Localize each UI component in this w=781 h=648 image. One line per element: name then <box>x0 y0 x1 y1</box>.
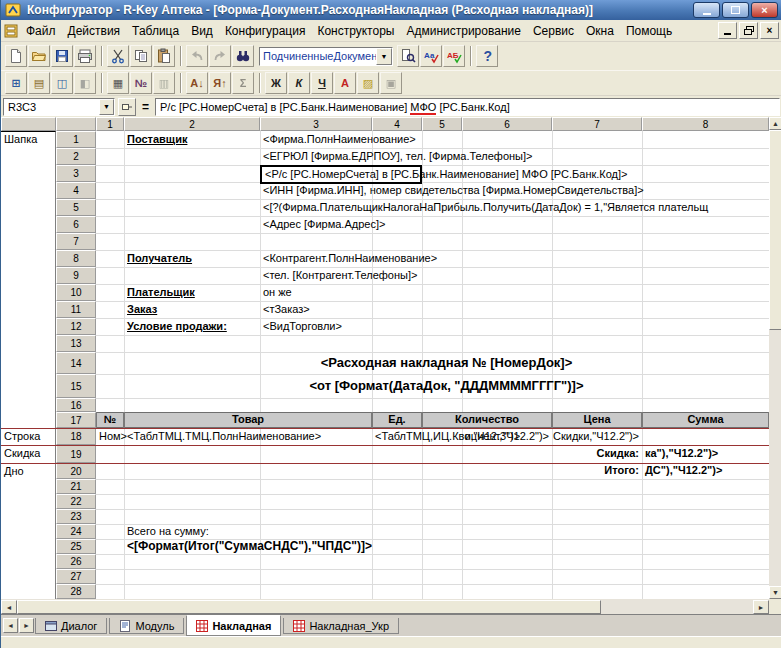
grid-cell[interactable]: <Расходная накладная № [НомерДок]> <box>124 352 769 374</box>
italic-button[interactable]: К <box>288 72 310 94</box>
mdi-close-button[interactable]: × <box>760 22 779 39</box>
mdi-restore-button[interactable] <box>739 22 758 39</box>
horizontal-scrollbar[interactable]: ◄ ► <box>1 599 769 614</box>
minimize-button[interactable] <box>693 2 720 18</box>
row-header[interactable]: 19 <box>56 445 96 463</box>
grid-cell[interactable]: <[Формат(Итог("СуммаСНДС"),"ЧПДС")]> <box>124 539 462 554</box>
column-header[interactable]: 1 <box>96 117 124 131</box>
grid-cell[interactable]: <ВидТорговли> <box>260 318 372 335</box>
tab-dialog[interactable]: Диалог <box>35 618 107 634</box>
close-button[interactable]: × <box>751 2 778 18</box>
grid-cell[interactable]: Плательщик <box>124 284 260 301</box>
row-header[interactable]: 7 <box>56 233 96 250</box>
new-button[interactable] <box>5 45 27 67</box>
row-header[interactable]: 21 <box>56 479 96 494</box>
insert-section-button[interactable]: ⊞ <box>5 72 27 94</box>
find-button[interactable] <box>232 45 254 67</box>
text-color-button[interactable]: А <box>334 72 356 94</box>
row-header[interactable]: 13 <box>56 335 96 352</box>
menu-item-windows[interactable]: Окна <box>580 21 620 41</box>
grid-cell[interactable]: <тЗаказ> <box>260 301 372 318</box>
column-header[interactable]: 7 <box>552 117 642 131</box>
grid-cell[interactable]: Товар <box>124 412 372 428</box>
menu-item-service[interactable]: Сервис <box>527 21 580 41</box>
row-header[interactable]: 4 <box>56 182 96 199</box>
column-header[interactable]: 8 <box>642 117 769 131</box>
maximize-button[interactable] <box>722 2 749 18</box>
grid-cell[interactable]: <Контрагент.ПолнНаименование> <box>260 250 372 267</box>
menu-item-administration[interactable]: Администрирование <box>400 21 526 41</box>
grid-cell[interactable]: ициент,"Ч12.2")> <box>462 428 552 445</box>
underline-button[interactable]: Ч <box>311 72 333 94</box>
grid-cell[interactable]: <Адрес [Фирма.Адрес]> <box>260 216 372 233</box>
merge-cells-button[interactable]: ◫ <box>51 72 73 94</box>
grid-cell[interactable]: Цена <box>552 412 642 428</box>
horizontal-scroll-thumb[interactable] <box>17 600 601 614</box>
grid-cell[interactable]: Поставщик <box>124 131 260 148</box>
tab-module[interactable]: Модуль <box>109 618 184 634</box>
grid-cell[interactable]: Получатель <box>124 250 260 267</box>
tab-scroll-left-button[interactable]: ◄ <box>3 618 18 633</box>
print-button[interactable] <box>74 45 96 67</box>
row-header[interactable]: 14 <box>56 352 96 374</box>
grid-cell[interactable]: <Фирма.ПолнНаименование> <box>260 131 372 148</box>
section-names-button[interactable]: ▤ <box>28 72 50 94</box>
grid-cell[interactable]: <ТаблТМЦ.ТМЦ.ПолнНаименование> <box>124 428 260 445</box>
section-label[interactable]: Шапка <box>1 131 56 428</box>
row-header[interactable]: 18 <box>56 428 96 445</box>
column-header[interactable]: 5 <box>422 117 462 131</box>
scroll-right-button[interactable]: ► <box>753 600 769 614</box>
section-label[interactable]: Скидка <box>1 445 56 463</box>
column-header[interactable]: 3 <box>260 117 372 131</box>
row-header[interactable]: 6 <box>56 216 96 233</box>
row-header[interactable]: 26 <box>56 554 96 569</box>
show-headers-button[interactable]: № <box>130 72 152 94</box>
grid-cell[interactable]: <от [Формат(ДатаДок, "ДДДММММГГГГ")]> <box>124 374 769 398</box>
row-header[interactable]: 9 <box>56 267 96 284</box>
copy-button[interactable] <box>130 45 152 67</box>
row-header[interactable]: 24 <box>56 524 96 539</box>
row-header[interactable]: 12 <box>56 318 96 335</box>
grid-cell[interactable]: он же <box>260 284 372 301</box>
column-header[interactable]: 4 <box>372 117 422 131</box>
row-header[interactable]: 28 <box>56 584 96 599</box>
save-button[interactable] <box>51 45 73 67</box>
combo-dropdown-icon[interactable]: ▼ <box>376 48 392 65</box>
bold-button[interactable]: Ж <box>265 72 287 94</box>
row-header[interactable]: 16 <box>56 398 96 412</box>
grid-cell[interactable]: Ед. <box>372 412 422 428</box>
scroll-left-button[interactable]: ◄ <box>1 600 17 614</box>
grid-cell[interactable]: Скидки,"Ч12.2")> <box>552 428 642 445</box>
row-header[interactable]: 20 <box>56 463 96 479</box>
grid-cell[interactable]: Скидка: <box>552 445 642 463</box>
grid-cell[interactable]: <ИНН [Фирма.ИНН], номер свидетельства [Ф… <box>260 182 372 199</box>
grid-cell[interactable]: Количество <box>422 412 552 428</box>
paste-button[interactable] <box>153 45 175 67</box>
grid-cell[interactable]: Условие продажи: <box>124 318 260 335</box>
vertical-scrollbar[interactable]: ▲ ▼ <box>769 117 781 599</box>
row-header[interactable]: 15 <box>56 374 96 398</box>
name-box-dropdown-icon[interactable]: ▼ <box>99 99 114 115</box>
grid-cell[interactable]: ДС"),"Ч12.2")> <box>642 463 769 479</box>
fill-color-button[interactable]: ▨ <box>357 72 379 94</box>
scroll-down-button[interactable]: ▼ <box>769 586 781 599</box>
grid-cell[interactable]: <ЕГРЮЛ [Фирма.ЕДРПОУ], тел. [Фирма.Телеф… <box>260 148 372 165</box>
column-header[interactable]: 6 <box>462 117 552 131</box>
spreadsheet[interactable]: 1234567812345678910111213141516171819202… <box>1 117 769 599</box>
grid-cell[interactable]: Сумма <box>642 412 769 428</box>
selected-cell[interactable]: <Р/с [РС.НомерСчета] в [РС.Банк.Наименов… <box>260 165 422 184</box>
menu-item-view[interactable]: Вид <box>185 21 219 41</box>
sort-ascending-button[interactable]: А↓ <box>186 72 208 94</box>
row-header[interactable]: 5 <box>56 199 96 216</box>
menu-item-help[interactable]: Помощь <box>620 21 678 41</box>
row-header[interactable]: 2 <box>56 148 96 165</box>
menu-item-constructors[interactable]: Конструкторы <box>311 21 400 41</box>
row-header[interactable]: 8 <box>56 250 96 267</box>
show-grid-button[interactable]: ▦ <box>107 72 129 94</box>
menu-item-actions[interactable]: Действия <box>62 21 127 41</box>
subordinate-documents-combo[interactable]: ПодчиненныеДокументы▼ <box>259 47 393 66</box>
row-header[interactable]: 1 <box>56 131 96 148</box>
scroll-up-button[interactable]: ▲ <box>769 117 781 130</box>
row-header[interactable]: 10 <box>56 284 96 301</box>
sort-descending-button[interactable]: Я↑ <box>209 72 231 94</box>
